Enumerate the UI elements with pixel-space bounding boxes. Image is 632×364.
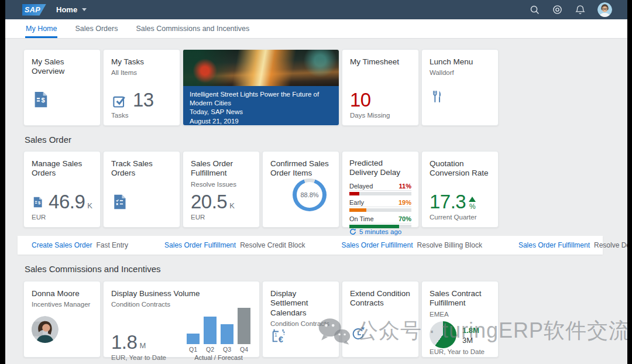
tile-icon-area (111, 194, 172, 210)
tile-title: Display Settlement Calendars (270, 289, 331, 318)
tile-donna-moore[interactable]: Donna Moore Incentives Manager (23, 281, 101, 358)
refresh-status[interactable]: 5 minutes ago (349, 228, 411, 235)
tile-title: My Sales Overview (32, 57, 92, 77)
donut-percent-label: 88.8% (297, 182, 322, 208)
tile-footer: EUR (191, 214, 252, 221)
link-pair: Sales Order Fulfillment Resolve Delivery… (518, 241, 627, 249)
tile-subtitle: Resolve Issues (191, 181, 252, 188)
refresh-timestamp: 5 minutes ago (359, 228, 401, 235)
tile-icon-area: ★ (350, 325, 411, 342)
bar-q4 (238, 308, 250, 344)
sales-orders-value: 46.9 (49, 193, 85, 211)
screenshot-root: SAP Home My Home Sales Orders (0, 0, 632, 364)
tile-extend-condition-contracts[interactable]: Extend Condition Contracts ★ (342, 281, 419, 358)
comparison-bar-fill (349, 192, 359, 195)
sap-logo[interactable]: SAP (22, 4, 46, 16)
comparison-row: Delayed11% (349, 183, 411, 195)
tile-title: Extend Condition Contracts (350, 289, 411, 308)
tab-my-home[interactable]: My Home (25, 19, 57, 38)
svg-text:1: 1 (274, 332, 277, 338)
tile-confirmed-sales-order-items[interactable]: Confirmed Sales Order Items 88.8% (262, 151, 339, 228)
link-description: Resolve Billing Block (417, 241, 482, 249)
tile-kpi: 10 (350, 91, 411, 109)
letterbox-right (627, 0, 632, 364)
tile-title: My Tasks (111, 57, 172, 67)
tile-kpi: $ 46.9 K (32, 193, 92, 211)
tile-predicted-delivery-delay[interactable]: Predicted Delivery Delay Delayed11% Earl… (342, 151, 419, 228)
tile-sales-contract-fulfillment[interactable]: Sales Contract Fulfillment EMEA 1.8M 3M … (421, 281, 499, 358)
chevron-down-icon[interactable] (82, 8, 87, 11)
tile-title: Manage Sales Orders (32, 159, 92, 178)
home-tile-row: My Sales Overview $ My Tasks All Items 1… (23, 49, 499, 126)
tile-title: Sales Contract Fulfillment (430, 289, 490, 308)
comparison-label: On Time (349, 215, 374, 222)
tile-title: Quotation Conversion Rate (430, 159, 490, 178)
bar-group (187, 308, 250, 344)
section-header-sales-order: Sales Order (25, 135, 71, 145)
tile-news[interactable]: Intelligent Street Lights Power the Futu… (183, 49, 339, 126)
svg-text:★: ★ (360, 325, 365, 331)
business-volume-body: 1.8 M EUR, Year to Date Q1 (111, 308, 252, 361)
tile-track-sales-orders[interactable]: Track Sales Orders (103, 151, 180, 228)
link-pair: Sales Order Fulfillment Resolve Billing … (342, 241, 482, 249)
harvey-ball-pie-chart (430, 321, 456, 348)
tile-title: Track Sales Orders (111, 159, 172, 178)
shell-title[interactable]: Home (56, 5, 77, 14)
tile-quotation-conversion-rate[interactable]: Quotation Conversion Rate 17.3 % Current… (421, 151, 499, 228)
link-create-sales-order[interactable]: Create Sales Order (32, 241, 92, 249)
link-sales-order-fulfillment[interactable]: Sales Order Fulfillment (164, 241, 236, 249)
tile-my-tasks[interactable]: My Tasks All Items 13 Tasks (103, 49, 180, 126)
link-pair: Create Sales Order Fast Entry (32, 241, 128, 249)
tile-sales-order-fulfillment[interactable]: Sales Order Fulfillment Resolve Issues 2… (183, 151, 260, 228)
section-header-commissions: Sales Commissions and Incentives (25, 264, 161, 274)
tile-icon-area: 1€ (270, 327, 331, 345)
tile-my-timesheet[interactable]: My Timesheet 10 Days Missing (342, 49, 419, 126)
tile-display-business-volume[interactable]: Display Business Volume Condition Contra… (103, 281, 260, 358)
news-date: August 21, 2019 (190, 117, 332, 126)
tile-manage-sales-orders[interactable]: Manage Sales Orders $ 46.9 K EUR (23, 151, 101, 228)
link-sales-order-fulfillment[interactable]: Sales Order Fulfillment (342, 241, 413, 249)
axis-label: Q2 (204, 346, 217, 353)
comparison-bar-fill (349, 208, 366, 212)
user-avatar[interactable] (597, 2, 612, 17)
svg-text:€: € (279, 335, 283, 345)
sales-document-icon: $ (32, 91, 49, 108)
tab-sales-orders[interactable]: Sales Orders (74, 19, 118, 38)
tasks-count: 13 (133, 91, 154, 109)
tile-kpi: 17.3 % (430, 193, 490, 211)
copilot-icon[interactable] (552, 5, 562, 15)
notifications-bell-icon[interactable] (575, 5, 585, 15)
tile-footer: EUR, Year to Date (111, 354, 166, 361)
link-description: Resolve Delivery Block (594, 241, 627, 249)
link-sales-order-fulfillment[interactable]: Sales Order Fulfillment (518, 241, 590, 249)
extend-contract-clock-icon: ★ (350, 325, 367, 342)
news-source: Today, SAP News (190, 108, 332, 116)
tile-lunch-menu[interactable]: Lunch Menu Walldorf (421, 49, 499, 126)
letterbox-left (0, 0, 5, 364)
sales-orders-unit: K (87, 201, 92, 210)
comparison-row: Early19% (349, 199, 411, 212)
business-volume-unit: M (139, 341, 146, 350)
tile-subtitle: Incentives Manager (32, 301, 92, 308)
tile-subtitle: Condition Contracts (270, 320, 331, 327)
tile-title: Lunch Menu (430, 57, 490, 67)
comparison-bar-track (349, 192, 411, 195)
fulfillment-unit: K (229, 201, 235, 210)
tile-subtitle: EMEA (430, 311, 490, 318)
tile-footer: EUR, Year to Date (430, 348, 490, 355)
tile-kpi: 13 (111, 91, 172, 109)
comparison-value: 70% (399, 215, 411, 222)
days-missing-count: 10 (350, 91, 371, 109)
quick-links-bar: Create Sales Order Fast Entry Sales Orde… (18, 236, 603, 255)
comparison-value: 19% (399, 199, 411, 206)
tab-sales-commissions[interactable]: Sales Commissions and Incentives (135, 19, 250, 38)
tile-display-settlement-calendars[interactable]: Display Settlement Calendars Condition C… (262, 281, 339, 358)
business-volume-kpi: 1.8 M EUR, Year to Date (111, 334, 166, 362)
tile-kpi: 20.5 K (191, 193, 252, 211)
settlement-calendar-icon: 1€ (270, 327, 288, 345)
business-volume-value: 1.8 (111, 334, 137, 351)
tile-my-sales-overview[interactable]: My Sales Overview $ (23, 49, 101, 126)
search-icon[interactable] (529, 5, 540, 15)
tile-footer: Days Missing (350, 112, 411, 119)
delivery-delay-comparison-chart: Delayed11% Early19% On Time70% (349, 183, 411, 228)
